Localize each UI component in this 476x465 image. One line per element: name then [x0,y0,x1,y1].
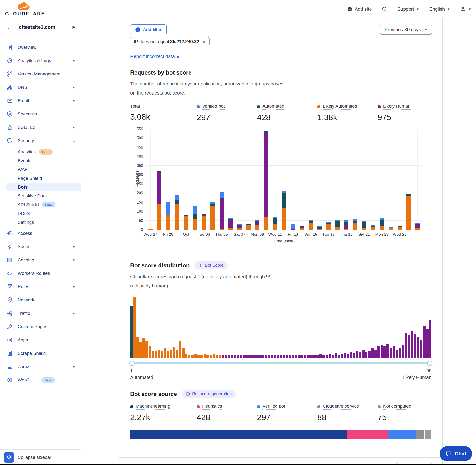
sidebar-item-workers-routes[interactable]: Workers Routes [0,267,81,280]
histogram-bar[interactable] [173,347,175,358]
histogram-bar[interactable] [158,350,160,358]
sidebar-item-custom-pages[interactable]: Custom Pages [0,320,81,333]
sidebar-item-ssl-tls[interactable]: SSL/TLS▼ [0,121,81,134]
histogram-bar[interactable] [206,355,209,358]
bar-slot[interactable] [297,129,306,230]
bar-slot[interactable] [306,129,315,230]
histogram-bar[interactable] [414,334,416,358]
settings-gear-button[interactable]: ⚙ [4,452,14,463]
sidebar-item-traffic[interactable]: Traffic▼ [0,307,81,320]
stat-label[interactable]: Automated [262,104,284,110]
site-selector-row[interactable]: ← cftestsite3.com ▶ [0,18,81,36]
add-site-button[interactable]: Add site [348,6,372,12]
histogram-bar[interactable] [234,355,236,358]
filter-chip[interactable]: IP does not equal 35.212.240.32 [130,37,210,46]
close-icon[interactable] [202,40,206,44]
histogram-bar[interactable] [353,353,355,358]
histogram-bar[interactable] [249,355,252,358]
histogram-bar[interactable] [319,354,322,358]
sidebar-item-version-management[interactable]: Version Management [0,67,81,81]
bot-score-badge[interactable]: Bot Score [194,261,228,269]
bar-slot[interactable] [377,129,386,230]
bar-slot[interactable] [173,129,181,230]
histogram-bar[interactable] [222,355,224,358]
stacked-bar[interactable] [157,171,161,230]
histogram-bar[interactable] [137,337,139,358]
histogram-bar[interactable] [429,320,432,358]
bar-slot[interactable] [226,129,235,230]
histogram-bar[interactable] [133,297,136,358]
bar-slot[interactable] [164,129,173,230]
bar-slot[interactable] [386,129,395,230]
histogram-bar[interactable] [258,355,261,358]
histogram-bar[interactable] [420,340,423,358]
histogram-bar[interactable] [408,335,410,358]
histogram-bar[interactable] [411,331,413,358]
histogram-bar[interactable] [240,355,243,358]
histogram-bar[interactable] [286,355,288,358]
bar-slot[interactable] [360,129,368,230]
bar-slot[interactable] [333,129,342,230]
bar-slot[interactable] [253,129,262,230]
stacked-bar[interactable] [282,191,286,230]
histogram-bar[interactable] [274,355,276,358]
histogram-bar[interactable] [210,355,212,358]
back-arrow-icon[interactable]: ← [7,24,13,31]
histogram-bar[interactable] [283,355,285,358]
histogram-bar[interactable] [365,352,368,358]
bar-slot[interactable] [208,129,217,230]
sidebar-item-overview[interactable]: Overview [0,41,81,54]
stacked-bar[interactable] [398,226,402,230]
bar-slot[interactable] [288,129,297,230]
histogram-bar[interactable] [423,327,425,358]
histogram-bar[interactable] [405,333,407,358]
histogram-bar[interactable] [307,355,309,358]
bar-slot[interactable] [244,129,253,230]
sidebar-item-api-shield[interactable]: API ShieldNew [0,200,81,209]
bar-slot[interactable] [155,129,164,230]
histogram-bar[interactable] [396,349,398,358]
histogram-bar[interactable] [356,351,358,358]
stacked-bar[interactable] [415,223,420,230]
histogram-bar[interactable] [197,355,200,358]
sidebar-item-security[interactable]: Security▲ [0,134,81,147]
stat-label[interactable]: Verified bot [202,104,225,110]
chart-plot-area[interactable]: 050100150200250300350400450500550 [146,129,422,230]
histogram-bar[interactable] [142,338,145,358]
stacked-bar[interactable] [264,131,268,230]
stat-label[interactable]: Likely Automated [323,104,357,110]
histogram-bar[interactable] [213,354,215,358]
slider-handle-min[interactable] [129,361,135,366]
histogram-bar[interactable] [402,345,404,358]
stat-label[interactable]: Not computed [383,403,411,410]
histogram-bar[interactable] [335,353,337,358]
histogram-bar[interactable] [176,350,178,358]
histogram-bar[interactable] [417,337,419,358]
sidebar-item-bots[interactable]: Bots [6,183,81,191]
stacked-bar[interactable] [228,218,233,230]
sidebar-item-sensitive-data[interactable]: Sensitive Data [0,191,81,200]
sidebar-item-scrape-shield[interactable]: Scrape Shield [0,347,81,360]
sidebar-item-speed[interactable]: Speed▼ [0,240,81,253]
bot-score-histogram[interactable] [130,297,432,358]
histogram-bar[interactable] [359,352,361,358]
histogram-bar[interactable] [194,354,197,358]
search-button[interactable] [382,6,387,12]
stacked-bar[interactable] [273,217,277,230]
histogram-bar[interactable] [243,355,245,358]
histogram-bar[interactable] [152,351,154,358]
histogram-bar[interactable] [170,349,172,358]
histogram-bar[interactable] [231,355,233,358]
stacked-bar[interactable] [317,226,322,230]
stacked-bar[interactable] [220,192,224,230]
date-range-dropdown[interactable]: Previous 30 days▼ [380,25,432,34]
bar-slot[interactable] [413,129,422,230]
histogram-bar[interactable] [164,348,166,358]
histogram-bar[interactable] [262,355,264,358]
histogram-bar[interactable] [310,355,313,358]
bar-slot[interactable] [395,129,404,230]
histogram-bar[interactable] [374,350,377,358]
stacked-bar[interactable] [335,220,339,230]
stacked-bar[interactable] [371,225,375,230]
histogram-bar[interactable] [381,345,383,358]
